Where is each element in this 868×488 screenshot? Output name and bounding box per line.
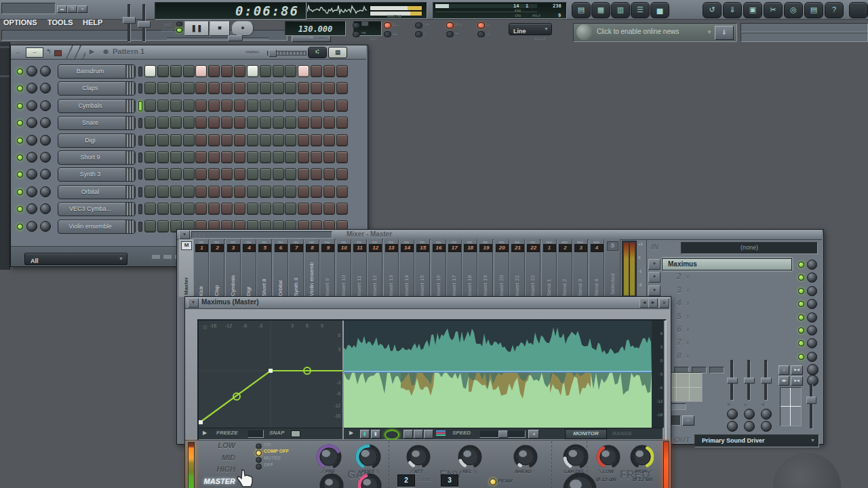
step-cell[interactable]	[260, 134, 271, 146]
step-cell[interactable]	[247, 117, 258, 129]
fx-slot-enable-led[interactable]	[798, 262, 804, 268]
channel-button[interactable]: Orbital	[58, 185, 136, 199]
mixer-strip-insert-12[interactable]: INS12Insert 12	[367, 239, 382, 297]
phase-button[interactable]: ◀▶	[778, 376, 789, 386]
channel-select-indicator[interactable]	[138, 83, 142, 94]
channel-enable-led[interactable]	[17, 68, 23, 75]
step-cell[interactable]	[157, 220, 169, 232]
step-cell[interactable]	[157, 186, 169, 198]
channel-select-indicator[interactable]	[138, 169, 142, 180]
pattern-display-button[interactable]: --	[26, 47, 43, 58]
step-cell[interactable]	[336, 65, 348, 77]
speed-label[interactable]: SPEED	[452, 430, 471, 436]
channel-enable-led[interactable]	[17, 138, 23, 144]
step-cell[interactable]	[183, 168, 195, 180]
step-cell[interactable]	[170, 134, 182, 146]
playlist-button[interactable]: ▤	[572, 2, 591, 18]
radio-led-muted[interactable]	[256, 457, 262, 463]
step-cell[interactable]	[285, 65, 296, 77]
channel-button[interactable]: Bassdrum	[58, 64, 136, 79]
step-cell[interactable]	[144, 220, 156, 232]
channel-select-indicator[interactable]	[138, 66, 142, 77]
partial-edge-button[interactable]	[849, 2, 868, 18]
channel-enable-led[interactable]	[17, 206, 23, 212]
step-cell[interactable]	[323, 100, 335, 112]
step-cell[interactable]	[157, 203, 169, 215]
mixer-strip-insert-18[interactable]: INS18Insert 18	[462, 239, 477, 297]
mixer-titlebar[interactable]: ▼ ❘❘❘ Mixer - Master	[177, 230, 822, 240]
step-cell[interactable]	[247, 65, 258, 77]
step-cell[interactable]	[260, 151, 271, 163]
step-cell[interactable]	[298, 186, 309, 198]
mixer-strip-send-2[interactable]: SND2Send 2	[557, 239, 572, 297]
shuffle-handle[interactable]	[228, 35, 243, 41]
punch-led[interactable]	[446, 31, 454, 37]
mixer-strip-digi[interactable]: INS4Digi	[241, 239, 256, 297]
step-cell[interactable]	[170, 151, 182, 163]
step-cell[interactable]	[247, 186, 258, 198]
fx-slot-mix-knob[interactable]	[807, 325, 817, 336]
eq-slider-handle[interactable]	[744, 378, 755, 384]
step-cell[interactable]	[273, 134, 284, 146]
record-button[interactable]: ●	[232, 21, 254, 36]
stop-button[interactable]: ■	[210, 21, 230, 36]
channel-pan-knob[interactable]	[26, 152, 37, 163]
step-cell[interactable]	[144, 117, 156, 129]
oscilloscope[interactable]: MONITOR	[307, 2, 427, 19]
step-cell[interactable]	[336, 203, 348, 215]
channel-volume-knob[interactable]	[40, 117, 51, 128]
step-cell[interactable]	[323, 151, 335, 163]
song-mode-led[interactable]	[176, 28, 182, 33]
song-mode-label[interactable]: SONG	[161, 28, 174, 32]
channel-select-indicator[interactable]	[138, 187, 142, 197]
main-volume-handle[interactable]	[123, 17, 136, 24]
channel-select-indicator[interactable]	[138, 204, 142, 214]
loop-record-led[interactable]	[477, 22, 485, 28]
swing-handle[interactable]	[269, 49, 277, 57]
band-tab-high[interactable]: HIGH	[196, 465, 235, 476]
channel-pan-knob[interactable]	[26, 83, 37, 94]
step-cell[interactable]	[285, 186, 296, 198]
step-cell[interactable]	[311, 100, 322, 112]
restore-button[interactable]: ❐	[67, 5, 77, 13]
channel-enable-led[interactable]	[17, 120, 23, 126]
fx-slot-enable-led[interactable]	[798, 354, 804, 360]
step-cell[interactable]	[311, 65, 322, 77]
fx-slot-mix-knob[interactable]	[807, 260, 817, 270]
fx-slot-1[interactable]: ▼Maximus	[647, 258, 823, 270]
step-cell[interactable]	[273, 82, 284, 94]
channel-select-indicator[interactable]	[138, 101, 142, 111]
radio-led-off[interactable]	[256, 464, 262, 470]
radio-label-off[interactable]: OFF	[264, 462, 273, 467]
eq-band-knob[interactable]	[761, 421, 772, 432]
fx-slot-enable-led[interactable]	[798, 274, 804, 281]
undo-pattern-icon[interactable]: ↰	[46, 48, 52, 55]
channel-pan-knob[interactable]	[26, 135, 37, 146]
step-cell[interactable]	[298, 203, 309, 215]
step-cell[interactable]	[234, 203, 245, 215]
fx-slot-6[interactable]: ▼6›	[647, 324, 823, 336]
channel-enable-led[interactable]	[17, 171, 23, 178]
fx-slot-2[interactable]: ▼2›	[647, 271, 823, 283]
maximus-titlebar[interactable]: ▼ Maximus (Master) ◀ ▶ ✕	[185, 297, 669, 309]
channel-volume-knob[interactable]	[40, 100, 51, 111]
fx-input-selector[interactable]: (none)	[681, 242, 818, 254]
step-edit-icon[interactable]: ↝	[361, 30, 366, 35]
step-cell[interactable]	[285, 151, 296, 163]
curve-play-icon[interactable]: ▶	[203, 430, 207, 436]
eq-mini-box-2[interactable]	[670, 403, 686, 410]
mixer-strip-send-3[interactable]: SND3Send 3	[572, 239, 588, 297]
zoom-button[interactable]: ◎	[784, 2, 803, 18]
wave-mode-button-1[interactable]: ▮	[360, 430, 370, 439]
step-cell[interactable]	[336, 82, 348, 94]
radio-led-comp-off[interactable]	[256, 450, 262, 456]
step-cell[interactable]	[311, 151, 322, 163]
mixer-menu-button[interactable]: ▼	[179, 230, 190, 239]
step-cell[interactable]	[183, 117, 195, 129]
channel-button[interactable]: VEC3 Cymba...	[58, 202, 136, 216]
main-pitch-handle[interactable]	[138, 21, 151, 28]
step-cell[interactable]	[221, 151, 233, 163]
channel-fader-handle[interactable]	[806, 396, 816, 404]
toggle-9-icon[interactable]: ⊥	[486, 30, 490, 35]
mixer-strip-insert-13[interactable]: INS13Insert 13	[383, 239, 399, 297]
